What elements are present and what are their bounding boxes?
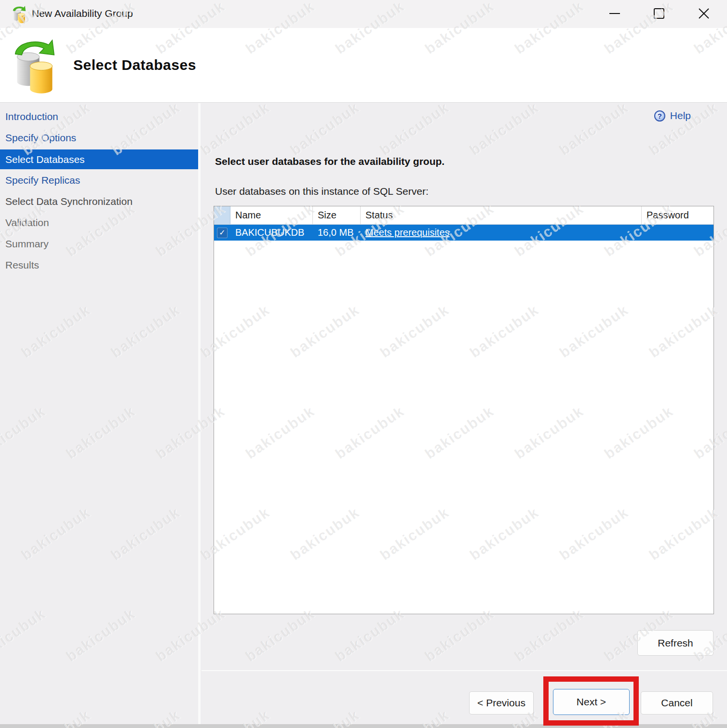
help-label: Help bbox=[670, 110, 691, 121]
footer-divider bbox=[202, 670, 727, 671]
cancel-button[interactable]: Cancel bbox=[641, 691, 713, 715]
previous-button[interactable]: < Previous bbox=[469, 691, 534, 715]
sidebar-item-results: Results bbox=[0, 255, 198, 276]
sidebar-item-summary: Summary bbox=[0, 233, 198, 255]
column-header-status[interactable]: Status bbox=[361, 206, 642, 224]
sidebar-item-validation: Validation bbox=[0, 212, 198, 233]
row-database-size: 16,0 MB bbox=[313, 225, 361, 241]
row-password-cell bbox=[642, 225, 714, 241]
sidebar-item-introduction[interactable]: Introduction bbox=[0, 106, 198, 127]
window-title: New Availability Group bbox=[32, 8, 133, 19]
refresh-button[interactable]: Refresh bbox=[637, 630, 714, 656]
databases-table: Name Size Status Password ✓ BAKICUBUKDB … bbox=[214, 206, 714, 614]
new-availability-group-window: New Availability Group bbox=[0, 0, 727, 728]
sidebar-item-label: Summary bbox=[5, 238, 49, 250]
sidebar-item-label: Select Databases bbox=[5, 154, 85, 165]
checkbox-column-header[interactable] bbox=[214, 206, 230, 224]
meets-prerequisites-link[interactable]: Meets prerequisites bbox=[365, 227, 450, 238]
row-status-cell: Meets prerequisites bbox=[361, 225, 642, 241]
window-bottom-edge bbox=[0, 724, 727, 728]
instruction-text: Select user databases for the availabili… bbox=[215, 156, 444, 167]
wizard-header: Select Databases bbox=[0, 28, 727, 103]
maximize-button[interactable] bbox=[643, 0, 675, 27]
sidebar-item-label: Introduction bbox=[5, 111, 58, 122]
minimize-button[interactable] bbox=[599, 0, 631, 27]
database-sync-icon-large bbox=[12, 37, 58, 95]
wizard-steps-sidebar: Introduction Specify Options Select Data… bbox=[0, 103, 198, 728]
help-link[interactable]: ? Help bbox=[654, 110, 691, 121]
sidebar-item-label: Specify Replicas bbox=[5, 175, 80, 186]
page-title: Select Databases bbox=[73, 57, 196, 73]
column-header-size[interactable]: Size bbox=[313, 206, 361, 224]
sidebar-item-label: Specify Options bbox=[5, 132, 76, 144]
column-header-name[interactable]: Name bbox=[230, 206, 313, 224]
sidebar-item-select-data-synchronization: Select Data Synchronization bbox=[0, 191, 198, 212]
wizard-body: Introduction Specify Options Select Data… bbox=[0, 103, 727, 728]
sidebar-item-label: Validation bbox=[5, 217, 49, 229]
close-button[interactable] bbox=[688, 0, 720, 27]
main-panel: ? Help Select user databases for the ava… bbox=[201, 103, 727, 728]
sidebar-item-select-databases[interactable]: Select Databases bbox=[0, 149, 198, 169]
sidebar-item-specify-replicas[interactable]: Specify Replicas bbox=[0, 170, 198, 191]
titlebar: New Availability Group bbox=[0, 0, 727, 28]
row-checkbox-cell[interactable]: ✓ bbox=[214, 225, 230, 241]
checked-checkbox-icon[interactable]: ✓ bbox=[217, 228, 228, 238]
column-header-password[interactable]: Password bbox=[642, 206, 714, 224]
table-header-row: Name Size Status Password bbox=[214, 206, 714, 225]
table-row-bakicubukdb[interactable]: ✓ BAKICUBUKDB 16,0 MB Meets prerequisite… bbox=[214, 225, 714, 241]
database-sync-icon bbox=[11, 5, 28, 24]
sidebar-item-label: Select Data Synchronization bbox=[5, 196, 133, 207]
sidebar-item-label: Results bbox=[5, 259, 39, 271]
sidebar-item-specify-options[interactable]: Specify Options bbox=[0, 127, 198, 148]
row-database-name: BAKICUBUKDB bbox=[230, 225, 313, 241]
help-icon: ? bbox=[654, 110, 665, 121]
databases-list-label: User databases on this instance of SQL S… bbox=[215, 186, 429, 197]
next-button[interactable]: Next > bbox=[553, 689, 630, 715]
